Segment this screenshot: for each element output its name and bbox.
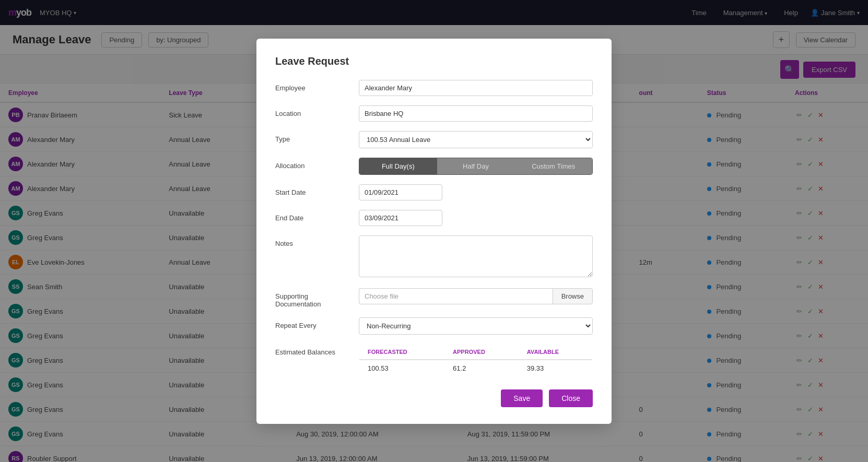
repeat-row: Repeat Every Non-Recurring Weekly Monthl… bbox=[275, 317, 593, 335]
browse-button[interactable]: Browse bbox=[553, 288, 593, 304]
file-upload-row: Choose file Browse bbox=[359, 288, 593, 304]
allocation-toggle-group: Full Day(s) Half Day Custom Times bbox=[359, 158, 593, 175]
end-date-input[interactable] bbox=[359, 210, 442, 226]
notes-row: Notes bbox=[275, 235, 593, 279]
modal-footer: Save Close bbox=[275, 389, 593, 407]
repeat-select[interactable]: Non-Recurring Weekly Monthly bbox=[359, 317, 593, 335]
leave-request-modal: Leave Request Employee Location Type 100… bbox=[256, 39, 612, 424]
end-date-field-wrapper bbox=[359, 210, 593, 226]
start-date-label: Start Date bbox=[275, 184, 359, 196]
supporting-doc-label: SupportingDocumentation bbox=[275, 288, 359, 308]
balances-table: FORECASTED APPROVED AVAILABLE 100.53 61.… bbox=[359, 344, 593, 377]
notes-field-wrapper bbox=[359, 235, 593, 279]
balances-available-value: 39.33 bbox=[519, 360, 593, 377]
end-date-row: End Date bbox=[275, 210, 593, 226]
balances-col-forecasted: FORECASTED bbox=[359, 344, 445, 360]
employee-field-wrapper bbox=[359, 80, 593, 96]
allocation-label: Allocation bbox=[275, 158, 359, 170]
balances-forecasted-value: 100.53 bbox=[359, 360, 445, 377]
modal-overlay[interactable]: Leave Request Employee Location Type 100… bbox=[0, 0, 868, 462]
modal-title: Leave Request bbox=[275, 55, 593, 67]
type-row: Type 100.53 Annual Leave Sick Leave Unav… bbox=[275, 131, 593, 148]
location-row: Location bbox=[275, 105, 593, 122]
type-select[interactable]: 100.53 Annual Leave Sick Leave Unavailab… bbox=[359, 131, 593, 148]
notes-label: Notes bbox=[275, 235, 359, 247]
allocation-field-wrapper: Full Day(s) Half Day Custom Times bbox=[359, 158, 593, 175]
employee-input[interactable] bbox=[359, 80, 593, 96]
file-name-display: Choose file bbox=[359, 288, 553, 304]
start-date-field-wrapper bbox=[359, 184, 593, 200]
repeat-field-wrapper: Non-Recurring Weekly Monthly bbox=[359, 317, 593, 335]
location-label: Location bbox=[275, 105, 359, 117]
supporting-doc-row: SupportingDocumentation Choose file Brow… bbox=[275, 288, 593, 308]
repeat-label: Repeat Every bbox=[275, 317, 359, 329]
supporting-doc-field-wrapper: Choose file Browse bbox=[359, 288, 593, 304]
balances-label: Estimated Balances bbox=[275, 344, 359, 356]
end-date-label: End Date bbox=[275, 210, 359, 222]
save-button[interactable]: Save bbox=[501, 389, 543, 407]
balances-col-available: AVAILABLE bbox=[519, 344, 593, 360]
allocation-full-day-button[interactable]: Full Day(s) bbox=[359, 158, 437, 174]
type-label: Type bbox=[275, 131, 359, 143]
allocation-row: Allocation Full Day(s) Half Day Custom T… bbox=[275, 158, 593, 175]
balances-col-approved: APPROVED bbox=[444, 344, 519, 360]
start-date-input[interactable] bbox=[359, 184, 442, 200]
location-field-wrapper bbox=[359, 105, 593, 122]
balances-field-wrapper: FORECASTED APPROVED AVAILABLE 100.53 61.… bbox=[359, 344, 593, 377]
close-button[interactable]: Close bbox=[549, 389, 593, 407]
start-date-row: Start Date bbox=[275, 184, 593, 200]
balances-row: Estimated Balances FORECASTED APPROVED A… bbox=[275, 344, 593, 377]
allocation-custom-times-button[interactable]: Custom Times bbox=[514, 158, 592, 174]
location-input[interactable] bbox=[359, 105, 593, 122]
employee-row: Employee bbox=[275, 80, 593, 96]
type-field-wrapper: 100.53 Annual Leave Sick Leave Unavailab… bbox=[359, 131, 593, 148]
notes-textarea[interactable] bbox=[359, 235, 593, 277]
employee-label: Employee bbox=[275, 80, 359, 92]
balances-approved-value: 61.2 bbox=[444, 360, 519, 377]
balances-data-row: 100.53 61.2 39.33 bbox=[359, 360, 593, 377]
allocation-half-day-button[interactable]: Half Day bbox=[437, 158, 515, 174]
